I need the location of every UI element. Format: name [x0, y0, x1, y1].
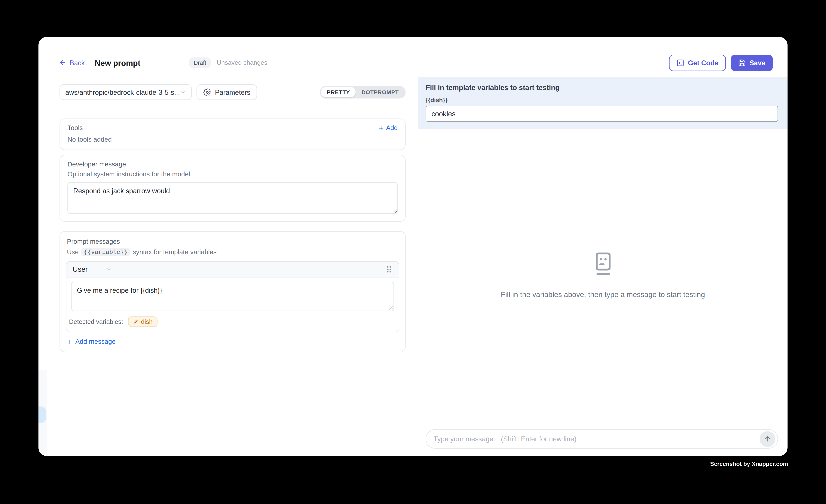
toggle-option-pretty[interactable]: PRETTY — [321, 87, 356, 98]
prompt-messages-hint: Use {{variable}} syntax for template var… — [66, 248, 399, 256]
test-panel: Fill in template variables to start test… — [418, 77, 787, 456]
sidebar-active-item[interactable] — [39, 406, 46, 423]
arrow-up-icon — [764, 435, 771, 443]
add-tool-label: Add — [386, 124, 398, 132]
variable-value-input[interactable] — [426, 106, 778, 122]
screenshot-stage: Back New prompt Draft Unsaved changes Ge… — [0, 0, 826, 504]
developer-message-card: Developer message Optional system instru… — [60, 155, 406, 222]
unsaved-changes-note: Unsaved changes — [217, 59, 267, 66]
message-body: Give me a recipe for {{dish}} — [66, 277, 399, 313]
terminal-icon — [676, 59, 684, 67]
tools-card-header: Tools Add — [67, 124, 398, 132]
prompt-editor-panel: aws/anthropic/bedrock-claude-3-5-s... Pa… — [39, 77, 418, 456]
model-select[interactable]: aws/anthropic/bedrock-claude-3-5-s... — [60, 84, 192, 100]
template-variables-title: Fill in template variables to start test… — [426, 84, 778, 91]
plus-icon — [378, 125, 384, 131]
pencil-icon — [132, 319, 138, 325]
get-code-label: Get Code — [688, 59, 718, 67]
variable-name-label: {{dish}} — [426, 97, 778, 103]
message-role-select[interactable]: User — [73, 265, 88, 273]
watermark-text: Screenshot by Xnapper.com — [710, 461, 788, 467]
prompt-messages-title: Prompt messages — [66, 238, 399, 245]
add-tool-button[interactable]: Add — [378, 124, 398, 132]
variable-syntax-chip: {{variable}} — [81, 248, 130, 256]
send-button[interactable] — [760, 431, 775, 447]
chevron-down-icon — [180, 89, 186, 95]
variable-chip-dish[interactable]: dish — [128, 316, 157, 327]
status-badge: Draft — [189, 57, 211, 68]
add-message-button[interactable]: Add message — [66, 338, 399, 345]
template-variables-panel: Fill in template variables to start test… — [418, 77, 787, 129]
chevron-down-icon[interactable] — [106, 266, 112, 272]
tools-empty-text: No tools added — [67, 136, 398, 144]
robot-face-icon — [592, 252, 613, 276]
back-label: Back — [69, 59, 85, 67]
parameters-button[interactable]: Parameters — [196, 84, 257, 100]
developer-message-title: Developer message — [67, 161, 398, 168]
message-textarea[interactable]: Give me a recipe for {{dish}} — [71, 281, 394, 311]
chat-empty-state: Fill in the variables above, then type a… — [418, 129, 787, 422]
detected-variables-row: Detected variables: dish — [66, 313, 399, 332]
plus-icon — [67, 339, 73, 345]
tools-title: Tools — [67, 124, 83, 132]
back-button[interactable]: Back — [59, 59, 85, 67]
variable-chip-label: dish — [141, 318, 153, 325]
tools-card: Tools Add No tools added — [60, 118, 406, 150]
save-label: Save — [750, 59, 765, 67]
chat-input-row — [418, 422, 787, 456]
app-window: Back New prompt Draft Unsaved changes Ge… — [39, 37, 787, 456]
developer-message-subtitle: Optional system instructions for the mod… — [67, 171, 398, 178]
view-mode-toggle: PRETTY DOTPROMPT — [320, 86, 406, 98]
hint-prefix: Use — [67, 248, 78, 256]
model-select-value: aws/anthropic/bedrock-claude-3-5-s... — [65, 88, 180, 96]
message-block: User Give me a recipe for {{dish}} — [66, 261, 399, 332]
save-icon — [738, 59, 746, 67]
arrow-left-icon — [59, 59, 66, 66]
chat-input-container — [426, 429, 778, 449]
chat-message-input[interactable] — [426, 435, 760, 443]
gear-icon — [203, 88, 211, 96]
window-body: aws/anthropic/bedrock-claude-3-5-s... Pa… — [39, 77, 787, 456]
model-row: aws/anthropic/bedrock-claude-3-5-s... Pa… — [60, 84, 406, 100]
hint-suffix: syntax for template variables — [133, 248, 217, 256]
add-message-label: Add message — [75, 338, 115, 345]
parameters-label: Parameters — [215, 88, 250, 96]
developer-message-textarea[interactable]: Respond as jack sparrow would — [67, 182, 398, 214]
window-header: Back New prompt Draft Unsaved changes Ge… — [39, 37, 787, 77]
prompt-messages-card: Prompt messages Use {{variable}} syntax … — [60, 231, 406, 352]
get-code-button[interactable]: Get Code — [669, 54, 725, 71]
page-title: New prompt — [95, 58, 140, 67]
chat-empty-text: Fill in the variables above, then type a… — [501, 290, 705, 299]
detected-variables-label: Detected variables: — [69, 318, 123, 325]
message-header: User — [66, 262, 399, 277]
drag-handle-icon[interactable] — [386, 265, 392, 273]
toggle-option-dotprompt[interactable]: DOTPROMPT — [356, 87, 405, 98]
save-button[interactable]: Save — [730, 54, 773, 71]
